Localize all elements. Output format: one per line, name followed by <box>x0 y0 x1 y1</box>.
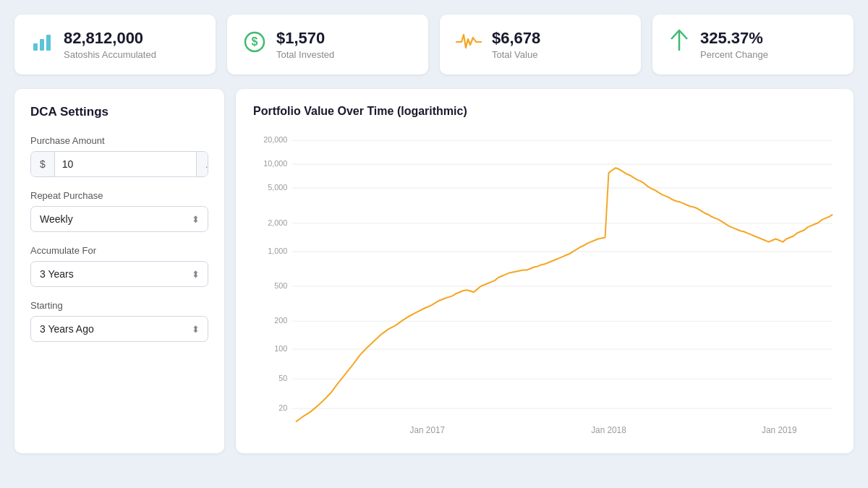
starting-select-wrapper: 3 Years Ago 1 Year Ago 5 Years Ago ⬍ <box>30 316 208 342</box>
svg-rect-1 <box>40 39 44 51</box>
dollar-prefix: $ <box>31 152 55 176</box>
card-value-text: $6,678 Total Value <box>492 29 540 60</box>
starting-select[interactable]: 3 Years Ago 1 Year Ago 5 Years Ago <box>30 316 208 342</box>
satoshis-label: Satoshis Accumulated <box>64 49 156 60</box>
svg-text:20,000: 20,000 <box>263 136 287 145</box>
top-cards-section: 82,812,000 Satoshis Accumulated $ $1,570… <box>14 14 854 74</box>
pulse-icon <box>456 32 482 57</box>
svg-text:Jan 2018: Jan 2018 <box>591 425 626 435</box>
settings-panel: DCA Settings Purchase Amount $ .00 Repea… <box>14 89 224 453</box>
dollar-icon: $ <box>243 30 266 59</box>
svg-text:10,000: 10,000 <box>263 159 287 168</box>
repeat-purchase-group: Repeat Purchase Weekly Daily Monthly ⬍ <box>30 190 208 232</box>
settings-title: DCA Settings <box>30 105 208 119</box>
total-value-label: Total Value <box>492 49 540 60</box>
svg-text:200: 200 <box>274 316 287 325</box>
accumulate-select[interactable]: 3 Years 1 Year 5 Years 10 Years <box>30 261 208 287</box>
accumulate-group: Accumulate For 3 Years 1 Year 5 Years 10… <box>30 245 208 287</box>
svg-text:5,000: 5,000 <box>268 183 287 192</box>
satoshis-value: 82,812,000 <box>64 29 156 48</box>
chart-area: 20,000 10,000 5,000 2,000 1,000 500 200 … <box>253 129 836 440</box>
svg-text:50: 50 <box>278 374 287 382</box>
purchase-amount-input[interactable] <box>55 152 196 176</box>
repeat-select-wrapper: Weekly Daily Monthly ⬍ <box>30 206 208 232</box>
percent-label: Percent Change <box>700 49 768 60</box>
arrow-up-icon <box>668 29 690 60</box>
svg-text:100: 100 <box>274 344 287 353</box>
starting-label: Starting <box>30 300 208 311</box>
chart-panel: Portfolio Value Over Time (logarithmic) … <box>236 89 854 453</box>
svg-text:20: 20 <box>278 403 287 412</box>
chart-title: Portfolio Value Over Time (logarithmic) <box>253 105 836 118</box>
total-value-value: $6,678 <box>492 29 540 48</box>
svg-rect-0 <box>33 43 38 51</box>
card-satoshis-text: 82,812,000 Satoshis Accumulated <box>64 29 156 60</box>
card-percent-change: 325.37% Percent Change <box>652 14 854 74</box>
card-total-invested: $ $1,570 Total Invested <box>227 14 428 74</box>
svg-text:500: 500 <box>274 281 287 290</box>
svg-rect-2 <box>46 35 51 51</box>
main-row: DCA Settings Purchase Amount $ .00 Repea… <box>14 89 854 453</box>
purchase-amount-group: Purchase Amount $ .00 <box>30 135 208 177</box>
invested-label: Total Invested <box>276 49 334 60</box>
accumulate-select-wrapper: 3 Years 1 Year 5 Years 10 Years ⬍ <box>30 261 208 287</box>
svg-text:1,000: 1,000 <box>268 247 287 255</box>
card-total-value: $6,678 Total Value <box>440 14 641 74</box>
svg-text:Jan 2019: Jan 2019 <box>762 425 797 435</box>
repeat-label: Repeat Purchase <box>30 190 208 201</box>
percent-value: 325.37% <box>700 29 768 48</box>
card-invested-text: $1,570 Total Invested <box>276 29 334 60</box>
chart-svg: 20,000 10,000 5,000 2,000 1,000 500 200 … <box>253 129 836 440</box>
accumulate-label: Accumulate For <box>30 245 208 256</box>
purchase-amount-input-wrapper: $ .00 <box>30 151 208 177</box>
invested-value: $1,570 <box>276 29 334 48</box>
card-satoshis: 82,812,000 Satoshis Accumulated <box>14 14 216 74</box>
purchase-amount-label: Purchase Amount <box>30 135 208 146</box>
card-percent-text: 325.37% Percent Change <box>700 29 768 60</box>
bar-chart-icon <box>30 30 54 59</box>
svg-text:$: $ <box>252 35 258 48</box>
starting-group: Starting 3 Years Ago 1 Year Ago 5 Years … <box>30 300 208 342</box>
repeat-select[interactable]: Weekly Daily Monthly <box>30 206 208 232</box>
cents-suffix: .00 <box>196 152 208 176</box>
svg-text:Jan 2017: Jan 2017 <box>410 425 446 435</box>
svg-text:2,000: 2,000 <box>268 218 287 227</box>
